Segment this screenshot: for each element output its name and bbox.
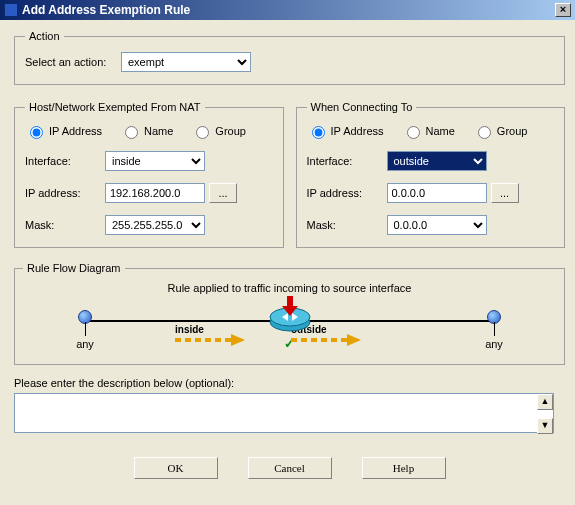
source-mask-select[interactable]: 255.255.255.0 <box>105 215 205 235</box>
flow-group: Rule Flow Diagram Rule applied to traffi… <box>14 262 565 365</box>
dest-radio-ip[interactable]: IP Address <box>307 123 384 139</box>
red-arrow-icon <box>282 296 298 318</box>
source-interface-label: Interface: <box>25 155 105 167</box>
svg-marker-6 <box>231 334 245 346</box>
dest-ip-label: IP address: <box>307 187 387 199</box>
dest-legend: When Connecting To <box>307 101 417 113</box>
dest-radio-name[interactable]: Name <box>402 123 455 139</box>
source-ip-label: IP address: <box>25 187 105 199</box>
source-radio-group[interactable]: Group <box>191 123 246 139</box>
action-select[interactable]: exempt <box>121 52 251 72</box>
svg-marker-4 <box>282 296 298 316</box>
dashed-arrow-icon <box>291 334 361 346</box>
flow-legend: Rule Flow Diagram <box>23 262 125 274</box>
dest-interface-label: Interface: <box>307 155 387 167</box>
source-ip-input[interactable] <box>105 183 205 203</box>
action-label: Select an action: <box>25 56 115 68</box>
description-label: Please enter the description below (opti… <box>14 377 565 389</box>
title-bar: Add Address Exemption Rule × <box>0 0 575 20</box>
window-title: Add Address Exemption Rule <box>22 0 190 20</box>
source-radio-name[interactable]: Name <box>120 123 173 139</box>
dest-group: When Connecting To IP Address Name Group… <box>296 101 566 248</box>
cancel-button[interactable]: Cancel <box>248 457 332 479</box>
dest-browse-button[interactable]: ... <box>491 183 519 203</box>
dest-interface-select[interactable]: outside <box>387 151 487 171</box>
app-icon <box>4 3 18 17</box>
flow-right-label: any <box>474 338 514 350</box>
dest-radio-group[interactable]: Group <box>473 123 528 139</box>
help-button[interactable]: Help <box>362 457 446 479</box>
source-browse-button[interactable]: ... <box>209 183 237 203</box>
dest-mask-label: Mask: <box>307 219 387 231</box>
ok-button[interactable]: OK <box>134 457 218 479</box>
action-legend: Action <box>25 30 64 42</box>
source-radio-ip[interactable]: IP Address <box>25 123 102 139</box>
source-mask-label: Mask: <box>25 219 105 231</box>
flow-diagram: any any inside outside ✓ <box>23 298 556 354</box>
dashed-arrow-icon <box>175 334 245 346</box>
svg-marker-8 <box>347 334 361 346</box>
source-group: Host/Network Exempted From NAT IP Addres… <box>14 101 284 248</box>
dest-ip-input[interactable] <box>387 183 487 203</box>
close-button[interactable]: × <box>555 3 571 17</box>
description-textarea[interactable] <box>14 393 554 433</box>
scroll-down-button[interactable]: ▼ <box>537 418 553 434</box>
action-group: Action Select an action: exempt <box>14 30 565 85</box>
scroll-up-button[interactable]: ▲ <box>537 394 553 410</box>
flow-left-label: any <box>65 338 105 350</box>
dest-mask-select[interactable]: 0.0.0.0 <box>387 215 487 235</box>
source-interface-select[interactable]: inside <box>105 151 205 171</box>
source-legend: Host/Network Exempted From NAT <box>25 101 205 113</box>
flow-caption: Rule applied to traffic incoming to sour… <box>23 282 556 294</box>
